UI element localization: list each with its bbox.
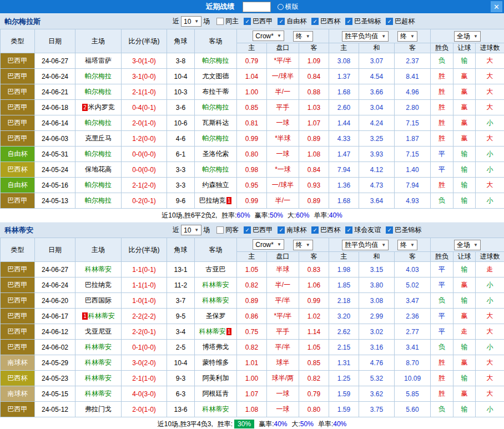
match-row: 巴西甲24-06-24巴拉纳竞1-1(1-0)11-2科林蒂安0.82半/一1.… — [1, 277, 504, 293]
competition-type: 自由杯 — [1, 178, 35, 193]
asian-handicap: 半球 — [267, 262, 299, 277]
league-checkbox[interactable]: 同主 — [216, 17, 239, 26]
chevron-down-icon: ▼ — [306, 243, 310, 248]
league-checkbox[interactable]: ✓巴西杯 — [311, 225, 340, 235]
league-checkbox[interactable]: ✓巴超杯 — [386, 17, 415, 26]
odds-company-select[interactable]: Crow*▼ — [253, 239, 284, 250]
result-goals: 小 — [476, 293, 504, 309]
euro-home-odds: 7.94 — [329, 162, 359, 178]
asian-away-odds: 1.14 — [299, 324, 329, 340]
euro-home-odds: 1.68 — [329, 193, 359, 209]
league-checkbox[interactable]: ✓球会友谊 — [345, 225, 381, 235]
close-icon: ✕ — [493, 3, 500, 11]
asian-home-odds: 0.81 — [237, 115, 267, 131]
away-team: 尤文图德 — [195, 69, 237, 84]
asian-away-odds: 1.07 — [299, 115, 329, 131]
euro-away-odds: 2.36 — [395, 309, 431, 324]
avg-odds-select[interactable]: 胜平负均值▼ — [342, 31, 389, 42]
euro-draw-odds: 4.24 — [359, 115, 395, 131]
euro-draw-odds: 4.73 — [359, 178, 395, 193]
match-count-select[interactable]: 10▼ — [181, 225, 201, 235]
results-table: 类型日期主场比分(半场)角球客场Crow*▼终▼胜平负均值▼终▼全场▼主盘口客主… — [0, 29, 504, 209]
asian-away-odds: 0.84 — [299, 162, 329, 178]
checkbox-label: 南球杯 — [286, 225, 306, 235]
final-odds-select[interactable]: 终▼ — [397, 31, 417, 42]
avg-odds-select[interactable]: 胜平负均值▼ — [342, 240, 389, 250]
summary-stat: 赢率:50% — [255, 211, 283, 220]
match-row: 巴西甲24-06-02科林蒂安0-1(0-0)2-5博塔弗戈0.82平/半1.0… — [1, 340, 504, 355]
home-team: 帕尔梅拉 — [75, 69, 122, 84]
final-odds-select[interactable]: 终▼ — [293, 240, 313, 250]
final-odds-select[interactable]: 终▼ — [397, 240, 417, 250]
result-winlose: 平 — [431, 309, 453, 324]
result-winlose: 胜 — [431, 178, 453, 193]
col-header: 比分(半场) — [122, 29, 167, 53]
match-count-select[interactable]: 10▼ — [181, 16, 201, 27]
section-header: 帕尔梅拉斯近10▼场同主✓巴西甲✓自由杯✓巴西杯✓巴圣锦标✓巴超杯 — [0, 13, 504, 29]
result-winlose: 胜 — [431, 386, 453, 402]
league-checkbox[interactable]: ✓巴西甲 — [244, 225, 273, 235]
chevron-down-icon: ▼ — [381, 34, 386, 39]
summary-stat: 单率:40% — [314, 211, 342, 220]
scope-select[interactable]: 全场▼ — [454, 240, 481, 250]
team-label: 圣保罗 — [206, 312, 226, 320]
league-checkbox[interactable]: ✓巴西杯 — [311, 17, 340, 26]
euro-away-odds: 7.94 — [395, 178, 431, 193]
team-label: 科林蒂安 — [88, 312, 115, 320]
asian-home-odds: 0.85 — [237, 100, 267, 115]
asian-home-odds: 0.80 — [237, 147, 267, 162]
league-checkbox[interactable]: ✓南球杯 — [278, 225, 306, 235]
result-winlose: 胜 — [431, 69, 453, 84]
corner-count: 3-4 — [167, 324, 195, 340]
result-handicap: 输 — [453, 147, 476, 162]
result-handicap: 赢 — [453, 84, 476, 100]
match-row: 巴西甲24-06-182米内罗竞0-4(0-1)3-6帕尔梅拉0.85平手1.0… — [1, 100, 504, 115]
final-odds-select[interactable]: 终▼ — [293, 31, 313, 42]
match-row: 巴西甲24-06-14帕尔梅拉2-0(1-0)10-6瓦斯科达0.81一球1.0… — [1, 115, 504, 131]
team-label: 阿根廷青 — [203, 390, 229, 397]
result-winlose: 负 — [431, 193, 453, 209]
league-checkbox[interactable]: ✓巴圣锦标 — [345, 17, 381, 26]
league-checkbox[interactable]: ✓巴西甲 — [244, 17, 273, 26]
result-goals: 走 — [476, 262, 504, 277]
league-checkbox[interactable]: ✓自由杯 — [278, 17, 306, 26]
layout-radio-horizontal[interactable]: 横版 — [278, 2, 299, 12]
layout-radio-vertical[interactable]: 竖版 — [243, 2, 271, 12]
competition-type: 巴西甲 — [1, 100, 35, 115]
league-checkbox[interactable]: 同客 — [216, 225, 239, 235]
asian-home-odds: 0.82 — [237, 340, 267, 355]
result-goals: 大 — [476, 324, 504, 340]
score: 3-1(0-0) — [122, 69, 167, 84]
league-checkbox[interactable]: ✓巴圣锦标 — [386, 225, 421, 235]
competition-type: 巴西甲 — [1, 402, 35, 417]
asian-home-odds: 1.04 — [237, 69, 267, 84]
away-team: 古亚巴 — [195, 262, 237, 277]
summary-stat: 赢率:40% — [259, 420, 287, 429]
asian-home-odds: 0.99 — [237, 193, 267, 209]
away-team: 圣洛伦索 — [195, 147, 237, 162]
corner-count: 6-3 — [167, 386, 195, 402]
result-winlose: 负 — [431, 402, 453, 417]
team-label: 蒙特维多 — [203, 359, 229, 366]
near-label: 近 — [173, 225, 179, 235]
corner-count: 10-6 — [167, 115, 195, 131]
match-row: 巴西杯24-05-23科林蒂安2-1(1-0)9-3阿美利加1.00球半/两0.… — [1, 371, 504, 386]
team-label: 尤文图德 — [203, 72, 229, 80]
stat-value: 60% — [237, 211, 250, 219]
score: 2-2(2-2) — [122, 309, 167, 324]
checkbox-checked-icon: ✓ — [278, 18, 285, 25]
euro-odds-controls: 胜平负均值▼终▼ — [329, 238, 431, 252]
stat-value: 40% — [274, 420, 287, 428]
scope-select[interactable]: 全场▼ — [454, 31, 481, 42]
team-label: 福塔雷萨 — [85, 57, 112, 64]
result-goals: 大 — [476, 386, 504, 402]
odds-company-select[interactable]: Crow*▼ — [253, 31, 284, 41]
stat-label: 赢率: — [255, 211, 270, 220]
asian-away-odds: 0.84 — [299, 69, 329, 84]
result-winlose: 平 — [431, 324, 453, 340]
competition-type: 南球杯 — [1, 386, 35, 402]
team-label: 克里丘马 — [85, 134, 112, 142]
close-button[interactable]: ✕ — [491, 1, 502, 12]
away-team: 蒙特维多 — [195, 355, 237, 371]
team-section: 科林蒂安近10▼场同客✓巴西甲✓南球杯✓巴西杯✓球会友谊✓巴圣锦标类型日期主场比… — [0, 222, 504, 429]
